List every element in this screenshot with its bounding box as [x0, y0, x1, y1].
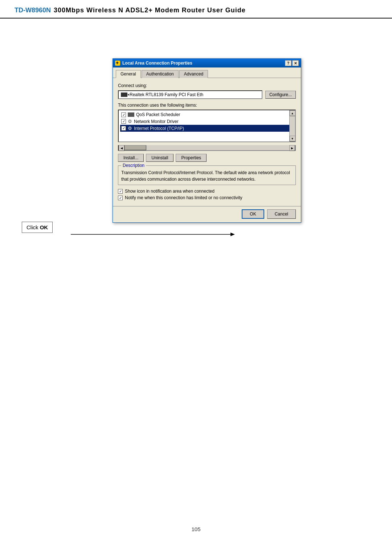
- description-text: Transmission Control Protocol/Internet P…: [121, 169, 293, 182]
- close-button[interactable]: ✕: [292, 60, 299, 66]
- list-item-selected[interactable]: ⚙ Internet Protocol (TCP/IP): [120, 125, 294, 132]
- titlebar-icon: [115, 61, 120, 66]
- model-name: TD-W8960N: [15, 7, 51, 14]
- qos-label: QoS Packet Scheduler: [136, 112, 180, 117]
- ok-button[interactable]: OK: [242, 209, 264, 219]
- iup-buttons: Install... Uninstall Properties: [118, 154, 296, 162]
- monitor-label: Network Monitor Driver: [134, 119, 179, 124]
- adapter-row: Realtek RTL8139 Family PCI Fast Eth Conf…: [118, 90, 296, 99]
- description-group: Description Transmission Control Protoco…: [118, 165, 296, 185]
- connect-using-label: Connect using:: [118, 83, 296, 88]
- monitor-icon: ⚙: [128, 119, 132, 124]
- tcpip-icon: ⚙: [128, 126, 132, 131]
- following-items-label: This connection uses the following items…: [118, 103, 296, 108]
- adapter-box: Realtek RTL8139 Family PCI Fast Eth: [118, 90, 262, 99]
- show-icon-label: Show icon in notification area when conn…: [125, 189, 215, 194]
- dialog-titlebar: Local Area Connection Properties ? ✕: [113, 59, 301, 67]
- monitor-checkbox[interactable]: [121, 119, 126, 124]
- help-button[interactable]: ?: [285, 60, 291, 66]
- h-scroll-thumb[interactable]: [124, 145, 146, 150]
- notify-row[interactable]: Notify me when this connection has limit…: [118, 195, 296, 200]
- ok-bold: OK: [40, 224, 48, 230]
- items-list: QoS Packet Scheduler ⚙ Network Monitor D…: [119, 110, 295, 133]
- titlebar-buttons[interactable]: ? ✕: [285, 60, 299, 66]
- install-button[interactable]: Install...: [118, 154, 144, 162]
- scroll-left-arrow[interactable]: ◀: [119, 145, 124, 151]
- list-item[interactable]: ⚙ Network Monitor Driver: [120, 118, 294, 125]
- tcpip-checkbox[interactable]: [121, 126, 126, 131]
- guide-title: 300Mbps Wireless N ADSL2+ Modem Router U…: [54, 7, 246, 14]
- notify-checkbox[interactable]: [118, 196, 123, 200]
- description-legend: Description: [121, 163, 146, 168]
- bottom-checkboxes: Show icon in notification area when conn…: [118, 189, 296, 200]
- network-icon: [128, 112, 134, 117]
- qos-checkbox[interactable]: [121, 112, 126, 117]
- scroll-down-arrow[interactable]: ▼: [290, 136, 295, 141]
- page-header: TD-W8960N 300Mbps Wireless N ADSL2+ Mode…: [0, 0, 392, 19]
- adapter-icon: [121, 93, 127, 97]
- show-icon-checkbox[interactable]: [118, 189, 123, 194]
- scroll-right-arrow[interactable]: ▶: [289, 145, 295, 151]
- click-ok-instruction: Click OK: [22, 222, 53, 233]
- scroll-track: [290, 116, 295, 136]
- configure-button[interactable]: Configure...: [265, 91, 296, 99]
- svg-marker-1: [230, 233, 235, 236]
- notify-label: Notify me when this connection has limit…: [125, 195, 242, 200]
- tab-general[interactable]: General: [116, 70, 141, 78]
- dialog-footer: OK Cancel: [113, 206, 301, 222]
- uninstall-button[interactable]: Uninstall: [146, 154, 173, 162]
- tcpip-label: Internet Protocol (TCP/IP): [134, 126, 184, 131]
- page-number: 105: [191, 526, 200, 532]
- vertical-scrollbar[interactable]: ▲ ▼: [289, 110, 295, 141]
- horizontal-scrollbar[interactable]: ◀ ▶: [118, 145, 296, 151]
- instruction-arrow: [71, 231, 245, 274]
- items-list-wrapper: QoS Packet Scheduler ⚙ Network Monitor D…: [118, 110, 296, 151]
- dialog-window: Local Area Connection Properties ? ✕ Gen…: [113, 58, 301, 223]
- tab-bar: General Authentication Advanced: [113, 68, 301, 78]
- cancel-button[interactable]: Cancel: [267, 209, 296, 219]
- titlebar-left: Local Area Connection Properties: [115, 61, 192, 66]
- tab-advanced[interactable]: Advanced: [179, 70, 208, 78]
- adapter-name: Realtek RTL8139 Family PCI Fast Eth: [130, 92, 203, 97]
- tab-authentication[interactable]: Authentication: [142, 70, 179, 78]
- scroll-up-arrow[interactable]: ▲: [290, 110, 295, 116]
- items-list-container: QoS Packet Scheduler ⚙ Network Monitor D…: [118, 110, 296, 142]
- properties-button[interactable]: Properties: [176, 154, 207, 162]
- list-item[interactable]: QoS Packet Scheduler: [120, 111, 294, 118]
- click-text: Click: [26, 224, 40, 230]
- show-icon-row[interactable]: Show icon in notification area when conn…: [118, 189, 296, 194]
- h-scroll-track: [124, 145, 289, 150]
- dialog-title: Local Area Connection Properties: [122, 61, 192, 66]
- dialog-body: Connect using: Realtek RTL8139 Family PC…: [113, 78, 301, 206]
